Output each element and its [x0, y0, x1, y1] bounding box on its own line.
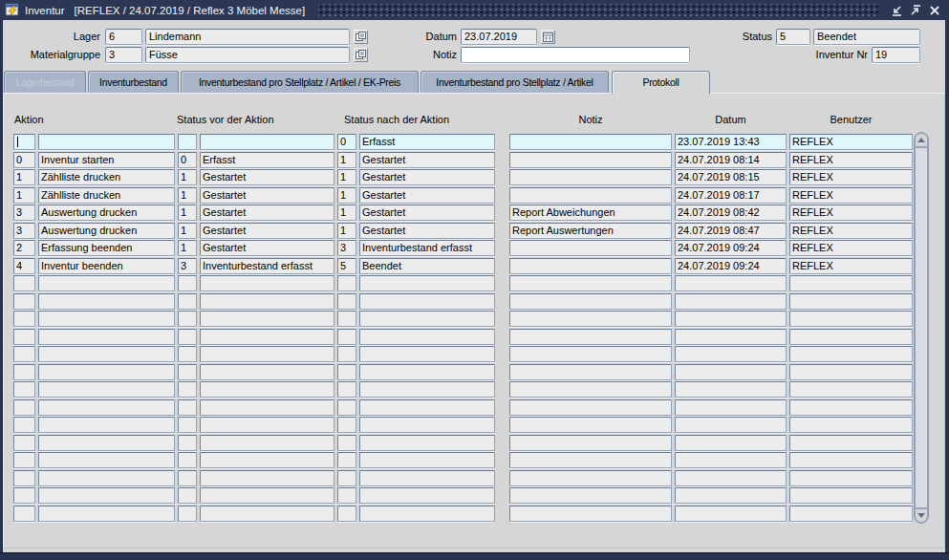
table-cell[interactable] [675, 346, 787, 362]
scroll-down-icon[interactable] [915, 508, 928, 523]
table-cell[interactable] [509, 435, 672, 451]
table-cell[interactable] [675, 311, 787, 327]
table-cell[interactable] [200, 452, 334, 468]
table-cell[interactable] [38, 417, 175, 433]
table-cell[interactable] [337, 417, 356, 433]
table-cell[interactable] [359, 452, 495, 468]
table-cell[interactable] [38, 399, 175, 416]
table-cell[interactable]: 1 [178, 205, 197, 221]
table-cell[interactable] [200, 381, 334, 398]
table-cell[interactable] [789, 329, 913, 345]
table-cell[interactable] [509, 134, 672, 150]
table-cell[interactable] [337, 293, 356, 310]
table-cell[interactable]: Inventur starten [38, 152, 175, 168]
table-cell[interactable]: 24.07.2019 08:14 [675, 152, 787, 168]
table-cell[interactable] [38, 487, 175, 504]
table-cell[interactable] [509, 258, 672, 274]
table-cell[interactable]: 24.07.2019 09:24 [675, 258, 787, 274]
table-cell[interactable] [13, 134, 35, 150]
table-cell[interactable]: REFLEX [789, 205, 913, 221]
table-cell[interactable] [38, 470, 175, 486]
scrollbar-thumb[interactable] [915, 147, 928, 508]
table-cell[interactable] [178, 452, 197, 468]
table-cell[interactable] [38, 311, 175, 327]
table-cell[interactable] [359, 275, 495, 291]
table-cell[interactable]: REFLEX [789, 240, 913, 256]
close-icon[interactable] [927, 3, 942, 17]
table-cell[interactable]: 1 [178, 223, 197, 239]
table-cell[interactable] [200, 134, 334, 150]
table-cell[interactable] [789, 381, 913, 398]
table-cell[interactable]: Gestartet [200, 240, 334, 256]
table-cell[interactable]: REFLEX [789, 152, 913, 168]
minimize-icon[interactable] [889, 3, 904, 17]
table-cell[interactable] [38, 329, 175, 345]
table-cell[interactable]: Zählliste drucken [38, 187, 175, 204]
table-cell[interactable] [38, 293, 175, 310]
table-cell[interactable] [200, 399, 334, 416]
table-cell[interactable] [200, 293, 334, 310]
table-cell[interactable] [200, 435, 334, 451]
table-cell[interactable] [509, 346, 672, 362]
table-cell[interactable] [178, 417, 197, 433]
table-cell[interactable]: 24.07.2019 08:42 [675, 205, 787, 221]
table-cell[interactable] [509, 240, 672, 256]
table-cell[interactable] [200, 470, 334, 486]
table-cell[interactable] [178, 275, 197, 291]
table-cell[interactable] [789, 452, 913, 468]
table-cell[interactable] [359, 470, 495, 486]
table-cell[interactable] [178, 470, 197, 486]
table-cell[interactable] [359, 487, 495, 504]
table-cell[interactable] [789, 311, 913, 327]
table-cell[interactable] [675, 506, 787, 522]
table-cell[interactable] [178, 381, 197, 398]
vertical-scrollbar[interactable] [914, 132, 929, 524]
table-cell[interactable] [509, 329, 672, 345]
table-cell[interactable] [675, 399, 787, 416]
table-cell[interactable] [13, 417, 35, 433]
table-cell[interactable] [359, 435, 495, 451]
table-cell[interactable] [359, 506, 495, 522]
table-cell[interactable]: Gestartet [359, 223, 495, 239]
table-cell[interactable] [359, 329, 495, 345]
table-cell[interactable] [675, 364, 787, 380]
table-cell[interactable]: Inventur beenden [38, 258, 175, 274]
table-cell[interactable] [359, 417, 495, 433]
table-cell[interactable]: 1 [13, 187, 35, 204]
table-cell[interactable]: Report Auswertungen [509, 223, 672, 239]
table-cell[interactable] [509, 169, 672, 185]
table-cell[interactable] [675, 417, 787, 433]
table-cell[interactable] [509, 187, 672, 204]
table-cell[interactable] [509, 452, 672, 468]
table-cell[interactable]: Gestartet [200, 205, 334, 221]
table-cell[interactable] [359, 346, 495, 362]
table-cell[interactable]: 3 [13, 223, 35, 239]
table-cell[interactable] [337, 487, 356, 504]
table-cell[interactable]: 24.07.2019 09:24 [675, 240, 787, 256]
scroll-up-icon[interactable] [915, 133, 928, 147]
table-cell[interactable] [13, 435, 35, 451]
table-cell[interactable] [789, 399, 913, 416]
table-cell[interactable] [178, 134, 197, 150]
table-cell[interactable] [789, 346, 913, 362]
table-cell[interactable]: 23.07.2019 13:43 [675, 134, 787, 150]
table-cell[interactable] [13, 346, 35, 362]
table-cell[interactable] [509, 417, 672, 433]
table-cell[interactable] [38, 452, 175, 468]
table-cell[interactable]: 3 [13, 205, 35, 221]
table-cell[interactable]: 1 [178, 187, 197, 204]
table-cell[interactable] [178, 487, 197, 504]
table-cell[interactable] [200, 346, 334, 362]
table-cell[interactable] [337, 470, 356, 486]
table-cell[interactable] [509, 293, 672, 310]
table-cell[interactable]: REFLEX [789, 187, 913, 204]
table-cell[interactable] [200, 417, 334, 433]
table-cell[interactable] [509, 311, 672, 327]
table-cell[interactable]: 1 [178, 169, 197, 185]
table-cell[interactable] [675, 329, 787, 345]
table-cell[interactable] [789, 417, 913, 433]
table-cell[interactable]: 1 [178, 240, 197, 256]
table-cell[interactable] [13, 364, 35, 380]
table-cell[interactable] [675, 470, 787, 486]
table-cell[interactable]: 1 [337, 187, 356, 204]
